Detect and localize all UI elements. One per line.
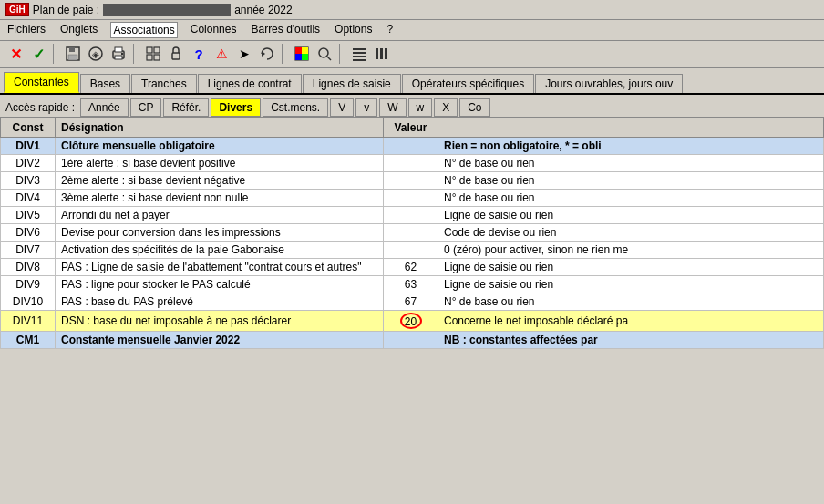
cell-valeur [384, 172, 438, 190]
save-btn[interactable] [63, 44, 83, 64]
refresh-btn[interactable] [257, 44, 277, 64]
cell-valeur [384, 190, 438, 207]
cell-info: N° de base ou rien [438, 172, 824, 190]
app-icon: GiH [5, 3, 29, 16]
cell-designation: 1ère alerte : si base devient positive [56, 155, 384, 172]
svg-rect-28 [385, 48, 387, 59]
title-bar: GiH Plan de paie : année 2022 [0, 0, 824, 20]
cell-const: DIV7 [1, 242, 56, 259]
pattern-btn[interactable] [292, 44, 312, 64]
tab2-annee[interactable]: Année [80, 98, 129, 117]
tab-lignes-contrat[interactable]: Lignes de contrat [198, 74, 302, 93]
tab2-co[interactable]: Co [459, 98, 489, 117]
cell-designation: Clôture mensuelle obligatoire [56, 138, 384, 155]
arrow-btn[interactable]: ➤ [234, 44, 254, 64]
svg-rect-18 [302, 47, 308, 54]
cell-const: DIV3 [1, 172, 56, 190]
lock-btn[interactable] [166, 44, 186, 64]
cell-valeur [384, 224, 438, 242]
title-suffix: année 2022 [234, 4, 292, 16]
cell-designation: Constante mensuelle Janvier 2022 [56, 332, 384, 349]
col-header-const: Const [1, 118, 56, 138]
cell-valeur: 62 [384, 259, 438, 276]
tab-bases[interactable]: Bases [80, 74, 130, 93]
cell-info: Ligne de saisie ou rien [438, 259, 824, 276]
tab2-cstmens[interactable]: Cst.mens. [263, 98, 328, 117]
book-btn[interactable]: ◈ [86, 44, 106, 64]
title-redacted [103, 4, 231, 16]
svg-rect-13 [172, 53, 180, 59]
cell-const: DIV5 [1, 207, 56, 224]
cell-info: 0 (zéro) pour activer, sinon ne rien me [438, 242, 824, 259]
cell-const: DIV2 [1, 155, 56, 172]
tab2-refer[interactable]: Référ. [163, 98, 209, 117]
cell-const: DIV1 [1, 138, 56, 155]
svg-rect-11 [147, 55, 152, 60]
table-row: DIV32ème alerte : si base devient négati… [1, 172, 824, 190]
svg-rect-8 [121, 53, 123, 55]
svg-rect-10 [154, 47, 160, 53]
col-header-designation: Désignation [56, 118, 384, 138]
bars-btn[interactable] [372, 44, 392, 64]
menu-barres[interactable]: Barres d'outils [249, 22, 322, 38]
svg-rect-7 [115, 56, 122, 59]
cell-designation: PAS : ligne pour stocker le PAS calculé [56, 276, 384, 293]
cell-info: N° de base ou rien [438, 155, 824, 172]
toolbar: ✕ ✓ ◈ ? ⚠ ➤ [0, 41, 824, 68]
cell-designation: 3ème alerte : si base devient non nulle [56, 190, 384, 207]
svg-rect-19 [295, 54, 302, 60]
tab-jours[interactable]: Jours ouvrables, jours ouv [535, 74, 683, 93]
col-header-valeur: Valeur [384, 118, 438, 138]
cell-info: Code de devise ou rien [438, 224, 824, 242]
help-btn[interactable]: ? [189, 44, 209, 64]
tab2-w-upper[interactable]: W [379, 98, 406, 117]
tab-tranches[interactable]: Tranches [131, 74, 197, 93]
cell-info: Concerne le net imposable déclaré pa [438, 311, 824, 332]
tab2-v-upper[interactable]: V [330, 98, 354, 117]
menu-colonnes[interactable]: Colonnes [189, 22, 239, 38]
menu-onglets[interactable]: Onglets [58, 22, 99, 38]
cell-info: Ligne de saisie ou rien [438, 276, 824, 293]
cell-const: DIV8 [1, 259, 56, 276]
svg-rect-12 [154, 55, 160, 60]
tab2-divers[interactable]: Divers [211, 98, 261, 117]
tab-lignes-saisie[interactable]: Lignes de saisie [303, 74, 401, 93]
svg-rect-16 [295, 47, 302, 54]
grid-btn[interactable] [143, 44, 163, 64]
tab2-w-lower[interactable]: w [408, 98, 433, 117]
table-row: DIV21ère alerte : si base devient positi… [1, 155, 824, 172]
menu-options[interactable]: Options [333, 22, 374, 38]
validate-btn[interactable]: ✓ [28, 44, 48, 64]
print-btn[interactable] [108, 44, 129, 64]
tab2-x[interactable]: X [434, 98, 458, 117]
table-row: DIV5Arrondi du net à payerLigne de saisi… [1, 207, 824, 224]
sep3 [282, 44, 287, 64]
warning-btn[interactable]: ⚠ [211, 44, 232, 64]
menu-associations[interactable]: Associations [110, 22, 177, 38]
cell-designation: 2ème alerte : si base devient négative [56, 172, 384, 190]
tab-constantes[interactable]: Constantes [4, 72, 79, 93]
cell-valeur [384, 155, 438, 172]
close-btn[interactable]: ✕ [5, 44, 26, 64]
table-row: DIV1Clôture mensuelle obligatoireRien = … [1, 138, 824, 155]
tab-operateurs[interactable]: Opérateurs spécifiques [402, 74, 534, 93]
tab2-cp[interactable]: CP [130, 98, 162, 117]
menu-fichiers[interactable]: Fichiers [5, 22, 47, 38]
menu-help[interactable]: ? [385, 22, 395, 38]
cell-const: DIV9 [1, 276, 56, 293]
svg-point-20 [319, 48, 328, 57]
cell-designation: DSN : base du net imposable à ne pas déc… [56, 311, 384, 332]
cell-const: DIV10 [1, 293, 56, 311]
cell-const: DIV4 [1, 190, 56, 207]
col-header-info [438, 118, 824, 138]
data-table: Const Désignation Valeur DIV1Clôture men… [0, 118, 824, 349]
search-btn[interactable] [314, 44, 335, 64]
cell-info: N° de base ou rien [438, 190, 824, 207]
tab2-v-lower[interactable]: v [355, 98, 377, 117]
cell-designation: PAS : Ligne de saisie de l'abattement "c… [56, 259, 384, 276]
svg-rect-26 [376, 48, 378, 59]
access-label: Accès rapide : [5, 101, 75, 114]
cell-info: Rien = non obligatoire, * = obli [438, 138, 824, 155]
list-btn[interactable] [349, 44, 369, 64]
svg-marker-14 [262, 51, 265, 57]
